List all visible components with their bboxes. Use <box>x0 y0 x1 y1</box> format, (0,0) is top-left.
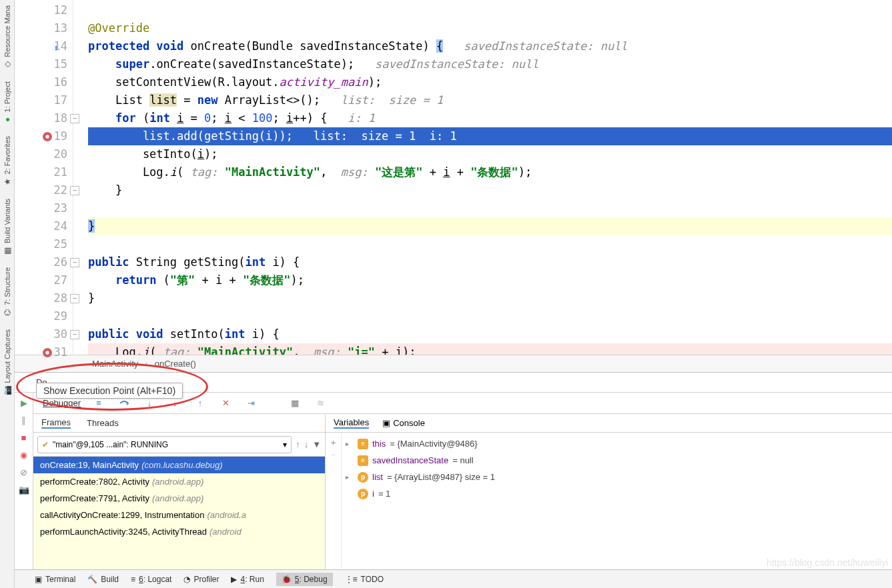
variable-row[interactable]: ▸plist = {ArrayList@9487} size = 1 <box>346 469 888 485</box>
override-icon[interactable]: ⬆ <box>53 39 59 57</box>
code-editor[interactable]: 121314⬆15161718−19202122−23242526−2728−2… <box>15 0 892 355</box>
mute-breakpoints-button[interactable]: ⊘ <box>18 466 30 478</box>
frames-list[interactable]: onCreate:19, MainActivity (com.lucashu.d… <box>33 457 325 569</box>
tab-icon: ≡ <box>131 575 135 584</box>
view-breakpoints-button[interactable]: ◉ <box>18 449 30 461</box>
debug-panel: De ▶ ∥ ■ ◉ ⊘ 📷 Debugger ≡ ↓ ↓ <box>15 372 892 569</box>
variable-row[interactable]: ▸≡this = {MainActivity@9486} <box>346 435 888 452</box>
tab-debugger[interactable]: Debugger <box>43 398 81 408</box>
variables-list[interactable]: ▸≡this = {MainActivity@9486}≡savedInstan… <box>342 433 892 569</box>
tab-icon: ▣ <box>35 575 42 584</box>
thread-dropdown[interactable]: ✔ "main"@9,105 ...ain": RUNNING ▾ <box>37 436 292 453</box>
left-toolwindow-bar: ◇Resource Mana ●1: Project ★2: Favorites… <box>0 0 15 588</box>
tab-icon: ◔ <box>183 575 190 584</box>
filter-icon[interactable]: ▼ <box>312 439 321 449</box>
tab-threads[interactable]: Threads <box>87 418 119 428</box>
tool-resource-manager[interactable]: ◇Resource Mana <box>3 3 11 72</box>
bottom-tab-terminal[interactable]: ▣Terminal <box>35 575 75 584</box>
tool-project[interactable]: ●1: Project <box>3 79 11 127</box>
run-to-cursor-button[interactable]: ⇥ <box>244 396 258 411</box>
tab-icon: 🐞 <box>282 575 292 584</box>
resume-button[interactable]: ▶ <box>18 397 30 409</box>
tool-layout-captures[interactable]: 📷Layout Captures <box>2 327 12 398</box>
remove-watch-button[interactable]: － <box>329 449 338 461</box>
evaluate-expression-button[interactable]: ▦ <box>288 396 302 411</box>
breadcrumb-class[interactable]: MainActivity <box>92 359 138 369</box>
fold-icon[interactable]: − <box>70 330 79 339</box>
stack-frame[interactable]: performCreate:7802, Activity (android.ap… <box>33 473 325 490</box>
bottom-tab-profiler[interactable]: ◔Profiler <box>183 575 219 584</box>
add-watch-button[interactable]: ＋ <box>329 437 338 449</box>
bottom-tool-bar: ▣Terminal🔨Build≡6: Logcat◔Profiler▶4: Ru… <box>15 569 892 588</box>
tool-favorites[interactable]: ★2: Favorites <box>3 133 11 189</box>
bottom-tab-todo[interactable]: ⋮≡TODO <box>345 575 384 584</box>
tool-build-variants[interactable]: ▦Build Variants <box>3 196 11 258</box>
stack-frame[interactable]: onCreate:19, MainActivity (com.lucashu.d… <box>33 457 325 473</box>
variables-pane: Variables ▣Console ＋ － ▸≡this = {MainAct… <box>326 414 892 569</box>
editor-code-area[interactable]: @Overrideprotected void onCreate(Bundle … <box>73 0 892 355</box>
tab-variables[interactable]: Variables <box>334 417 369 429</box>
fold-icon[interactable]: − <box>70 258 79 267</box>
stack-frame[interactable]: callActivityOnCreate:1299, Instrumentati… <box>33 507 325 523</box>
fold-icon[interactable]: − <box>70 114 79 123</box>
camera-icon[interactable]: 📷 <box>18 483 30 495</box>
variable-row[interactable]: pi = 1 <box>346 485 888 502</box>
prev-frame-button[interactable]: ↑ <box>296 439 300 449</box>
breadcrumb-method[interactable]: onCreate() <box>155 359 196 369</box>
bottom-tab-run[interactable]: ▶4: Run <box>231 575 264 584</box>
trace-button[interactable]: ≋ <box>313 396 328 411</box>
bottom-tab-debug[interactable]: 🐞5: Debug <box>276 573 333 586</box>
tab-icon: 🔨 <box>87 575 97 584</box>
debug-actions-vertical: ▶ ∥ ■ ◉ ⊘ 📷 <box>15 393 33 569</box>
breakpoint-icon[interactable] <box>43 132 52 141</box>
breadcrumb: MainActivity › onCreate() <box>15 355 892 372</box>
fold-icon[interactable]: − <box>70 294 79 303</box>
console-icon: ▣ <box>382 418 390 428</box>
tab-icon: ⋮≡ <box>345 575 358 584</box>
step-out-button[interactable]: ↑ <box>193 396 207 411</box>
stack-frame[interactable]: performLaunchActivity:3245, ActivityThre… <box>33 523 325 540</box>
tab-console[interactable]: ▣Console <box>382 418 425 428</box>
editor-gutter[interactable]: 121314⬆15161718−19202122−23242526−2728−2… <box>15 0 73 355</box>
bottom-tab-build[interactable]: 🔨Build <box>87 575 119 584</box>
stop-button[interactable]: ■ <box>18 431 30 443</box>
bottom-tab-logcat[interactable]: ≡6: Logcat <box>131 575 171 584</box>
tab-icon: ▶ <box>231 575 237 584</box>
chevron-down-icon: ▾ <box>283 440 287 449</box>
fold-icon[interactable]: − <box>70 186 79 195</box>
next-frame-button[interactable]: ↓ <box>304 439 309 449</box>
drop-frame-button[interactable]: ✕ <box>218 396 233 411</box>
tool-structure[interactable]: ⌬7: Structure <box>3 265 11 320</box>
frames-pane: Frames Threads ✔ "main"@9,105 ...ain": R… <box>33 414 326 569</box>
variable-row[interactable]: ≡savedInstanceState = null <box>346 452 888 469</box>
tooltip: Show Execution Point (Alt+F10) <box>36 383 183 399</box>
breakpoint-icon[interactable] <box>43 348 52 357</box>
pause-button[interactable]: ∥ <box>18 414 30 426</box>
tab-frames[interactable]: Frames <box>41 417 71 429</box>
stack-frame[interactable]: performCreate:7791, Activity (android.ap… <box>33 490 325 507</box>
